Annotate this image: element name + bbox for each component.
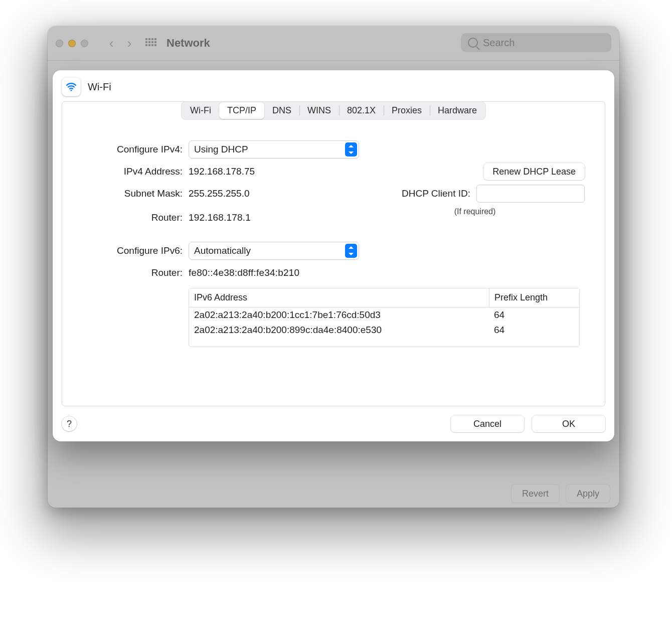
table-row[interactable]: 2a02:a213:2a40:b200:1cc1:7be1:76cd:50d36… <box>189 307 579 323</box>
tab-hardware[interactable]: Hardware <box>430 102 485 119</box>
subnet-mask-label: Subnet Mask: <box>82 188 183 199</box>
th-prefix-length: Prefix Length <box>489 288 579 307</box>
select-stepper-icon <box>345 142 357 156</box>
dhcp-client-id-hint: (If required) <box>422 207 528 216</box>
search-icon <box>468 38 478 48</box>
subnet-mask-value: 255.255.255.0 <box>189 188 359 199</box>
minimize-dot[interactable] <box>68 40 76 47</box>
ipv4-router-value: 192.168.178.1 <box>189 212 359 223</box>
search-placeholder: Search <box>483 37 515 49</box>
configure-ipv4-select[interactable]: Using DHCP <box>189 140 359 159</box>
configure-ipv6-label: Configure IPv6: <box>82 245 183 256</box>
table-row[interactable]: 2a02:a213:2a40:b200:899c:da4e:8400:e5306… <box>189 323 579 338</box>
sheet-header: Wi-Fi <box>53 70 614 96</box>
ipv6-router-value: fe80::4e38:d8ff:fe34:b210 <box>189 267 585 278</box>
dhcp-client-id-field[interactable] <box>476 185 585 203</box>
apply-button[interactable]: Apply <box>566 484 610 503</box>
tab-wins[interactable]: WINS <box>299 102 339 119</box>
back-button[interactable]: ‹ <box>102 36 120 51</box>
ipv4-router-label: Router: <box>82 212 183 223</box>
nav-buttons: ‹ › <box>102 36 138 51</box>
tab-dns[interactable]: DNS <box>264 102 299 119</box>
svg-point-0 <box>70 89 72 91</box>
help-button[interactable]: ? <box>62 416 77 431</box>
zoom-dot[interactable] <box>81 40 88 47</box>
window-title: Network <box>166 37 210 50</box>
cell-ipv6-addr: 2a02:a213:2a40:b200:899c:da4e:8400:e530 <box>189 323 489 338</box>
tab-bar: Wi-FiTCP/IPDNSWINS802.1XProxiesHardware <box>62 101 605 120</box>
configure-ipv6-value: Automatically <box>194 245 251 256</box>
th-ipv6-addr: IPv6 Address <box>189 288 489 307</box>
ok-button[interactable]: OK <box>532 415 605 432</box>
content-frame: Wi-FiTCP/IPDNSWINS802.1XProxiesHardware … <box>62 101 605 406</box>
ipv4-address-value: 192.168.178.75 <box>189 166 359 177</box>
dhcp-client-id-label: DHCP Client ID: <box>402 188 470 199</box>
window-bottom-bar: Revert Apply <box>511 484 610 503</box>
select-stepper-icon <box>345 244 357 258</box>
titlebar: ‹ › Network Search <box>48 26 619 61</box>
revert-button[interactable]: Revert <box>511 484 560 503</box>
ipv6-address-table: IPv6 Address Prefix Length 2a02:a213:2a4… <box>189 288 580 347</box>
tab-tcp-ip[interactable]: TCP/IP <box>219 102 264 119</box>
cell-prefix-length: 64 <box>489 307 579 323</box>
tab-proxies[interactable]: Proxies <box>384 102 430 119</box>
table-header: IPv6 Address Prefix Length <box>189 288 579 307</box>
cell-prefix-length: 64 <box>489 323 579 338</box>
traffic-lights <box>56 40 88 47</box>
interface-name: Wi-Fi <box>88 81 111 93</box>
ipv4-address-label: IPv4 Address: <box>82 166 183 177</box>
configure-ipv6-select[interactable]: Automatically <box>189 242 359 260</box>
cancel-button[interactable]: Cancel <box>451 415 524 432</box>
wifi-icon <box>62 77 81 96</box>
renew-dhcp-button[interactable]: Renew DHCP Lease <box>483 163 585 180</box>
tab-wi-fi[interactable]: Wi-Fi <box>182 102 219 119</box>
tab-802-1x[interactable]: 802.1X <box>339 102 384 119</box>
configure-ipv4-label: Configure IPv4: <box>82 144 183 155</box>
forward-button[interactable]: › <box>120 36 138 51</box>
form-area: Configure IPv4: Using DHCP IPv4 Address:… <box>62 120 605 352</box>
all-prefs-icon[interactable] <box>145 38 155 48</box>
ipv6-router-label: Router: <box>82 267 183 278</box>
cell-ipv6-addr: 2a02:a213:2a40:b200:1cc1:7be1:76cd:50d3 <box>189 307 489 323</box>
configure-ipv4-value: Using DHCP <box>194 144 248 155</box>
close-dot[interactable] <box>56 40 63 47</box>
search-field[interactable]: Search <box>461 33 611 52</box>
sheet-footer: ? Cancel OK <box>53 412 614 441</box>
tcpip-sheet: Wi-Fi Wi-FiTCP/IPDNSWINS802.1XProxiesHar… <box>53 70 614 441</box>
